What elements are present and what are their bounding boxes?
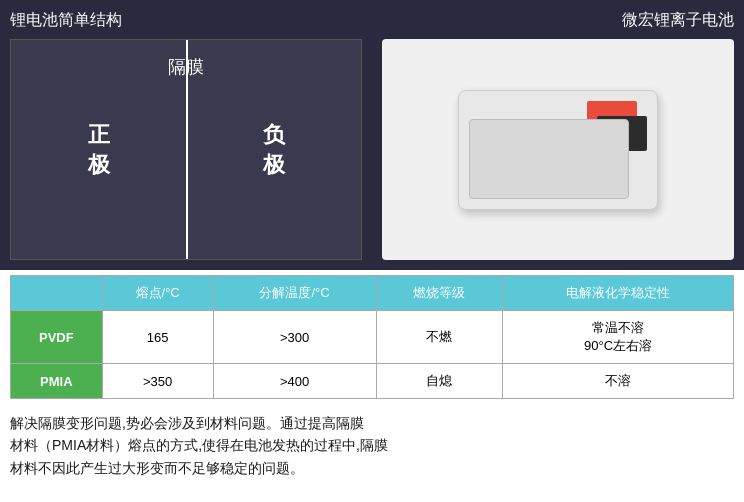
col-stability: 电解液化学稳定性 xyxy=(503,276,734,311)
pmia-melting: >350 xyxy=(102,364,213,399)
cathode: 负 极 xyxy=(263,120,285,180)
pmia-stability: 不溶 xyxy=(503,364,734,399)
left-panel: 锂电池简单结构 隔膜 正 极 负 极 xyxy=(0,0,372,270)
pmia-combustion: 自熄 xyxy=(376,364,502,399)
anode-char1: 正 xyxy=(88,120,110,150)
pvdf-decomp: >300 xyxy=(213,311,376,364)
battery-tray-inner xyxy=(469,119,629,199)
col-combustion: 燃烧等级 xyxy=(376,276,502,311)
pvdf-combustion: 不燃 xyxy=(376,311,502,364)
bottom-line-3: 材料不因此产生过大形变而不足够稳定的问题。 xyxy=(10,457,734,479)
pmia-decomp: >400 xyxy=(213,364,376,399)
col-melting: 熔点/°C xyxy=(102,276,213,311)
bottom-line-2: 材料（PMIA材料）熔点的方式,使得在电池发热的过程中,隔膜 xyxy=(10,434,734,456)
bottom-text-section: 解决隔膜变形问题,势必会涉及到材料问题。通过提高隔膜 材料（PMIA材料）熔点的… xyxy=(0,404,744,487)
table-row: PVDF 165 >300 不燃 常温不溶90°C左右溶 xyxy=(11,311,734,364)
pvdf-melting: 165 xyxy=(102,311,213,364)
pmia-label: PMIA xyxy=(11,364,103,399)
battery-tray xyxy=(458,90,658,210)
col-decomp: 分解温度/°C xyxy=(213,276,376,311)
anode-char2: 极 xyxy=(88,150,110,180)
cathode-char2: 极 xyxy=(263,150,285,180)
table-section: 熔点/°C 分解温度/°C 燃烧等级 电解液化学稳定性 PVDF 165 >30… xyxy=(0,270,744,404)
table-header-row: 熔点/°C 分解温度/°C 燃烧等级 电解液化学稳定性 xyxy=(11,276,734,311)
right-title: 微宏锂离子电池 xyxy=(382,10,734,31)
properties-table: 熔点/°C 分解温度/°C 燃烧等级 电解液化学稳定性 PVDF 165 >30… xyxy=(10,275,734,399)
anode: 正 极 xyxy=(88,120,110,180)
top-section: 锂电池简单结构 隔膜 正 极 负 极 微宏锂离子电池 xyxy=(0,0,744,270)
battery-diagram: 隔膜 正 极 负 极 xyxy=(10,39,362,260)
right-panel: 微宏锂离子电池 xyxy=(372,0,744,270)
bottom-line-1: 解决隔膜变形问题,势必会涉及到材料问题。通过提高隔膜 xyxy=(10,412,734,434)
pvdf-stability: 常温不溶90°C左右溶 xyxy=(503,311,734,364)
table-row: PMIA >350 >400 自熄 不溶 xyxy=(11,364,734,399)
battery-image xyxy=(382,39,734,260)
cathode-char1: 负 xyxy=(263,120,285,150)
separator-line xyxy=(186,40,188,259)
pvdf-label: PVDF xyxy=(11,311,103,364)
col-material xyxy=(11,276,103,311)
left-title: 锂电池简单结构 xyxy=(10,10,362,31)
